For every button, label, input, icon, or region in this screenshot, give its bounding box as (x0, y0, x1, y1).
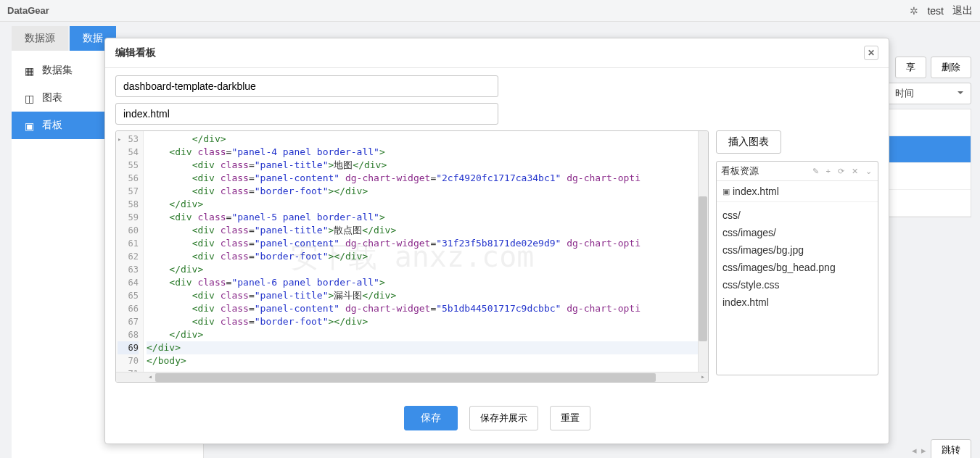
code-editor[interactable]: ▸53545556575859606162636465666768697071 … (115, 130, 709, 383)
code-line[interactable]: <div class="border-foot"></div> (147, 185, 705, 198)
code-line[interactable]: <div class="border-foot"></div> (147, 315, 705, 328)
resource-title: 看板资源 (721, 165, 811, 178)
dialog-title: 编辑看板 (115, 46, 156, 59)
list-item[interactable]: css/ (722, 207, 872, 224)
dashboard-file-input[interactable] (115, 103, 498, 125)
code-line[interactable]: </div> (147, 341, 705, 354)
fold-icon[interactable]: ▸ (118, 133, 121, 146)
code-line[interactable]: </div> (147, 263, 705, 276)
code-line[interactable]: </div> (147, 328, 705, 341)
add-icon[interactable]: + (825, 167, 832, 175)
code-line[interactable]: </body> (147, 354, 705, 367)
list-item[interactable]: css/style.css (722, 276, 872, 293)
delete-icon[interactable]: ✕ (850, 167, 860, 176)
edit-icon[interactable]: ✎ (811, 167, 820, 176)
save-show-button[interactable]: 保存并展示 (469, 406, 538, 430)
horizontal-scrollbar[interactable]: ◂▸ (116, 372, 708, 382)
dialog-footer: 保存 保存并展示 重置 (105, 397, 889, 444)
list-item[interactable]: css/images/ (722, 224, 872, 241)
reset-button[interactable]: 重置 (550, 406, 590, 430)
edit-dashboard-dialog: 编辑看板 ✕ ▸53545556575859606162636465666768… (104, 38, 889, 444)
resource-panel: 插入图表 看板资源 ✎ + ⟳ ✕ ⌄ (716, 130, 878, 383)
code-line[interactable]: <div class="panel-content" dg-chart-widg… (147, 237, 705, 250)
code-line[interactable]: <div class="panel-6 panel border-all"> (147, 276, 705, 289)
dashboard-name-input[interactable] (115, 75, 498, 97)
refresh-icon[interactable]: ⟳ (836, 167, 846, 176)
dialog-mask: 编辑看板 ✕ ▸53545556575859606162636465666768… (0, 0, 980, 458)
list-item[interactable]: css/images/bg.jpg (722, 241, 872, 259)
code-line[interactable]: </div> (147, 133, 705, 146)
code-line[interactable]: </div> (147, 198, 705, 211)
resource-current[interactable]: ▣ index.html (717, 181, 878, 202)
code-line[interactable]: <div class="panel-title">散点图</div> (147, 224, 705, 237)
chevron-down-icon[interactable]: ⌄ (864, 167, 873, 176)
code-line[interactable]: <div class="panel-content" dg-chart-widg… (147, 172, 705, 185)
resource-current-label: index.html (733, 186, 779, 197)
code-line[interactable]: <div class="panel-content" dg-chart-widg… (147, 302, 705, 315)
dialog-header: 编辑看板 ✕ (105, 38, 889, 68)
resource-box: 看板资源 ✎ + ⟳ ✕ ⌄ ▣ index.html (716, 161, 878, 375)
list-item[interactable]: css/images/bg_head.png (722, 259, 872, 276)
close-icon[interactable]: ✕ (864, 46, 878, 60)
file-icon: ▣ (722, 187, 730, 196)
save-button[interactable]: 保存 (404, 406, 458, 430)
code-line[interactable]: <div class="panel-5 panel border-all"> (147, 211, 705, 224)
vertical-scrollbar[interactable] (698, 131, 708, 372)
list-item[interactable]: index.html (722, 293, 872, 311)
code-line[interactable]: <div class="border-foot"></div> (147, 250, 705, 263)
code-line[interactable]: <div class="panel-4 panel border-all"> (147, 146, 705, 159)
code-line[interactable]: <div class="panel-title">漏斗图</div> (147, 289, 705, 302)
insert-chart-button[interactable]: 插入图表 (716, 130, 781, 154)
code-line[interactable]: <div class="panel-title">地图</div> (147, 159, 705, 172)
resource-list: css/css/images/css/images/bg.jpgcss/imag… (717, 202, 878, 315)
